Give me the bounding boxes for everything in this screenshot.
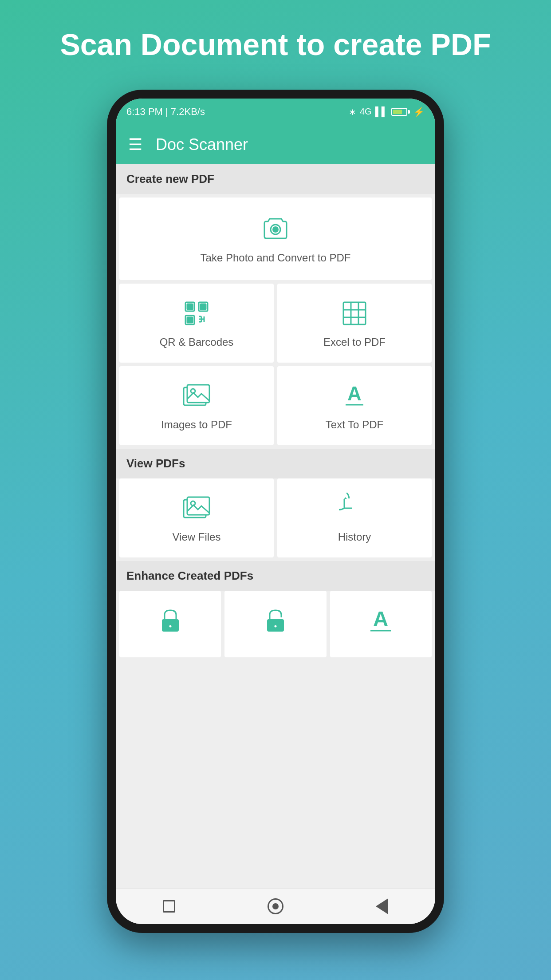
row-qr-excel: QR & Barcodes Excel to PDF xyxy=(119,284,432,363)
view-files-icon xyxy=(181,493,212,524)
signal-icon: 4G xyxy=(360,107,372,117)
section-header-view: View PDFs xyxy=(116,449,435,478)
camera-icon xyxy=(260,213,291,245)
excel-to-pdf-card[interactable]: Excel to PDF xyxy=(277,284,432,363)
svg-rect-19 xyxy=(187,385,209,403)
nav-back-btn[interactable] xyxy=(371,895,393,917)
bottom-nav xyxy=(116,889,435,924)
history-icon xyxy=(339,493,370,524)
svg-rect-7 xyxy=(187,317,193,323)
qr-barcodes-card[interactable]: QR & Barcodes xyxy=(119,284,274,363)
svg-rect-13 xyxy=(343,302,366,324)
row-view-history: View Files History xyxy=(119,478,432,557)
hamburger-icon[interactable]: ☰ xyxy=(128,135,142,154)
history-label: History xyxy=(338,531,371,543)
text-a-icon: A xyxy=(339,380,370,411)
qr-barcodes-label: QR & Barcodes xyxy=(160,336,234,348)
row-enhance: A xyxy=(119,591,432,657)
nav-square-btn[interactable] xyxy=(158,895,180,917)
bluetooth-icon: ∗ xyxy=(349,107,356,117)
excel-to-pdf-label: Excel to PDF xyxy=(323,336,386,348)
status-right-icons: ∗ 4G ▌▌ ⚡ xyxy=(349,107,425,117)
phone-screen: 6:13 PM | 7.2KB/s ∗ 4G ▌▌ ⚡ ☰ Doc Scanne… xyxy=(116,99,435,924)
bolt-icon: ⚡ xyxy=(413,107,425,117)
section-header-enhance: Enhance Created PDFs xyxy=(116,561,435,591)
bars-icon: ▌▌ xyxy=(375,107,388,117)
text-to-pdf-card[interactable]: A Text To PDF xyxy=(277,366,432,445)
take-photo-card[interactable]: Take Photo and Convert to PDF xyxy=(119,198,432,280)
excel-grid-icon xyxy=(339,298,370,329)
text-font-icon: A xyxy=(365,605,396,636)
view-files-label: View Files xyxy=(173,531,221,543)
app-bar: ☰ Doc Scanner xyxy=(116,125,435,164)
history-card[interactable]: History xyxy=(277,478,432,557)
phone-wrapper: 6:13 PM | 7.2KB/s ∗ 4G ▌▌ ⚡ ☰ Doc Scanne… xyxy=(107,90,444,933)
lock-closed-icon xyxy=(155,605,186,636)
svg-rect-3 xyxy=(187,304,193,309)
battery-icon xyxy=(391,108,410,116)
content-area: Create new PDF Take Photo and Convert to… xyxy=(116,164,435,889)
images-to-pdf-label: Images to PDF xyxy=(161,419,232,431)
svg-point-29 xyxy=(274,624,277,628)
qr-icon xyxy=(181,298,212,329)
text-font-card[interactable]: A xyxy=(330,591,432,657)
svg-text:A: A xyxy=(373,607,389,631)
lock-open-card[interactable] xyxy=(224,591,326,657)
nav-home-btn[interactable] xyxy=(264,895,287,917)
square-icon xyxy=(163,900,175,913)
view-files-card[interactable]: View Files xyxy=(119,478,274,557)
triangle-icon xyxy=(376,898,388,914)
section-header-create: Create new PDF xyxy=(116,164,435,194)
lock-closed-card[interactable] xyxy=(119,591,221,657)
svg-point-1 xyxy=(272,226,279,233)
text-to-pdf-label: Text To PDF xyxy=(326,419,383,431)
lock-open-icon xyxy=(260,605,291,636)
row-images-text: Images to PDF A Text To PDF xyxy=(119,366,432,445)
svg-text:A: A xyxy=(347,383,362,404)
take-photo-label: Take Photo and Convert to PDF xyxy=(201,252,351,264)
page-title-text: Scan Document to create PDF xyxy=(33,27,517,63)
svg-rect-24 xyxy=(187,497,209,515)
status-bar: 6:13 PM | 7.2KB/s ∗ 4G ▌▌ ⚡ xyxy=(116,99,435,125)
images-icon xyxy=(181,380,212,411)
svg-rect-5 xyxy=(201,304,206,309)
svg-point-27 xyxy=(169,624,172,628)
images-to-pdf-card[interactable]: Images to PDF xyxy=(119,366,274,445)
circle-icon xyxy=(268,898,283,914)
status-time: 6:13 PM | 7.2KB/s xyxy=(126,106,205,118)
app-title: Doc Scanner xyxy=(156,135,248,154)
